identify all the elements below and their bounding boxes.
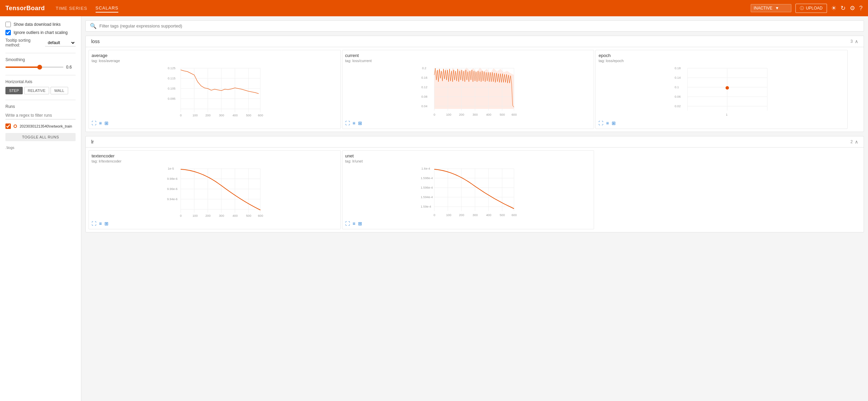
filter-search-icon: 🔍 [90, 23, 97, 29]
toggle-all-runs-button[interactable]: TOGGLE ALL RUNS [5, 133, 76, 141]
axis-wall-button[interactable]: WALL [51, 87, 68, 94]
lr-section-title: lr [91, 139, 94, 145]
chart-area-unet: 1.6e-4 1.598e-4 1.596e-4 1.594e-4 1.59e-… [345, 165, 591, 219]
svg-text:100: 100 [193, 114, 198, 117]
filter-input[interactable] [99, 23, 860, 28]
svg-text:300: 300 [219, 114, 224, 117]
runs-label: Runs [5, 104, 76, 109]
svg-text:0.105: 0.105 [168, 87, 176, 90]
svg-text:400: 400 [233, 114, 238, 117]
data-icon-epoch[interactable]: ≡ [606, 120, 609, 126]
ignore-outliers-checkbox[interactable] [5, 30, 11, 35]
smoothing-value: 0.6 [66, 65, 76, 70]
loss-section-header: loss 3 ∧ [86, 36, 864, 47]
chart-controls-unet: ⛶ ≡ ⊞ [345, 221, 591, 226]
svg-text:0.14: 0.14 [675, 76, 681, 79]
fit-icon-epoch[interactable]: ⊞ [612, 120, 616, 126]
runs-section: Runs 20230301213540\network_train [5, 104, 76, 129]
chart-tag-unet: tag: lr/unet [345, 159, 591, 163]
runs-filter-input[interactable] [5, 112, 76, 119]
loss-charts-row: average tag: loss/average [86, 47, 864, 132]
axis-step-button[interactable]: STEP [5, 87, 23, 94]
data-icon-current[interactable]: ≡ [353, 120, 355, 126]
chart-controls-textencoder: ⛶ ≡ ⊞ [92, 221, 338, 226]
loss-collapse-icon[interactable]: ∧ [855, 39, 858, 44]
data-icon-textencoder[interactable]: ≡ [99, 221, 102, 226]
header-right: INACTIVE ▼ ⓘ UPLOAD ☀ ↻ ⚙ ? [751, 4, 863, 13]
horizontal-axis-section: Horizontal Axis STEP RELATIVE WALL [5, 79, 76, 94]
svg-text:500: 500 [246, 114, 251, 117]
chart-lr-textencoder: textencoder tag: lr/textencoder [88, 150, 341, 229]
svg-text:1.596e-4: 1.596e-4 [421, 186, 433, 189]
svg-text:1.59e-4: 1.59e-4 [421, 205, 431, 208]
theme-icon[interactable]: ☀ [831, 4, 836, 12]
nav-scalars[interactable]: SCALARS [96, 4, 119, 13]
lr-section-card: lr 2 ∧ textencoder tag: lr/textencoder [85, 136, 864, 232]
svg-text:600: 600 [258, 214, 263, 217]
chart-loss-epoch: epoch tag: loss/epoch [595, 50, 848, 129]
upload-button[interactable]: ⓘ UPLOAD [795, 4, 827, 13]
expand-icon-current[interactable]: ⛶ [345, 120, 350, 126]
svg-text:600: 600 [258, 114, 263, 117]
logs-path-label: .\logs [5, 146, 14, 150]
main-content: 🔍 loss 3 ∧ average tag: loss/average [81, 16, 868, 401]
axis-relative-button[interactable]: RELATIVE [24, 87, 49, 94]
svg-text:0.095: 0.095 [168, 97, 176, 100]
svg-text:100: 100 [446, 213, 451, 217]
settings-icon[interactable]: ⚙ [850, 4, 855, 12]
fit-icon-current[interactable]: ⊞ [358, 120, 362, 126]
expand-icon-unet[interactable]: ⛶ [345, 221, 350, 226]
chart-svg-unet: 1.6e-4 1.598e-4 1.596e-4 1.594e-4 1.59e-… [345, 165, 591, 219]
show-download-row: Show data download links [5, 22, 76, 27]
svg-text:0: 0 [434, 213, 435, 217]
tooltip-sort-select[interactable]: default descending ascending [45, 39, 76, 46]
lr-charts-row: textencoder tag: lr/textencoder [86, 148, 864, 232]
chart-title-textencoder: textencoder [92, 153, 338, 158]
run-item: 20230301213540\network_train [5, 123, 76, 129]
fit-icon-unet[interactable]: ⊞ [358, 221, 362, 226]
svg-text:500: 500 [500, 113, 505, 116]
refresh-icon[interactable]: ↻ [841, 4, 846, 12]
ignore-outliers-row: Ignore outliers in chart scaling [5, 30, 76, 35]
smoothing-slider[interactable] [5, 66, 63, 68]
app-header: TensorBoard TIME SERIES SCALARS INACTIVE… [0, 0, 868, 16]
nav-time-series[interactable]: TIME SERIES [56, 4, 87, 12]
svg-text:1.598e-4: 1.598e-4 [421, 176, 433, 180]
data-icon-unet[interactable]: ≡ [353, 221, 355, 226]
data-icon-average[interactable]: ≡ [99, 120, 102, 126]
chart-title-average: average [92, 53, 338, 58]
dropdown-arrow-icon: ▼ [775, 6, 779, 11]
run-checkbox-1[interactable] [5, 123, 11, 129]
svg-text:200: 200 [459, 113, 464, 116]
lr-section-count: 2 ∧ [850, 139, 858, 145]
expand-icon-average[interactable]: ⛶ [92, 120, 96, 126]
ignore-outliers-label: Ignore outliers in chart scaling [14, 30, 67, 35]
show-download-label: Show data download links [14, 22, 61, 27]
svg-text:0.18: 0.18 [675, 66, 681, 70]
svg-text:600: 600 [512, 113, 517, 116]
svg-text:9.96e-6: 9.96e-6 [167, 187, 178, 191]
svg-text:200: 200 [459, 213, 464, 217]
chart-area-current: 0.2 0.16 0.12 0.08 0.04 0 100 200 300 40… [345, 65, 591, 119]
chart-area-average: 0.125 0.115 0.105 0.095 0 100 200 300 40… [92, 65, 338, 119]
fit-icon-average[interactable]: ⊞ [104, 120, 108, 126]
chart-area-textencoder: 1e-5 9.98e-6 9.96e-6 9.94e-6 0 100 200 3… [92, 165, 338, 219]
chart-title-epoch: epoch [598, 53, 845, 58]
show-download-checkbox[interactable] [5, 22, 11, 27]
fit-icon-textencoder[interactable]: ⊞ [104, 221, 108, 226]
help-icon[interactable]: ? [859, 5, 863, 12]
chart-svg-current: 0.2 0.16 0.12 0.08 0.04 0 100 200 300 40… [345, 65, 591, 119]
expand-icon-epoch[interactable]: ⛶ [598, 120, 603, 126]
svg-text:0.1: 0.1 [675, 85, 679, 89]
svg-text:0: 0 [434, 113, 435, 116]
expand-icon-textencoder[interactable]: ⛶ [92, 221, 96, 226]
chart-controls-average: ⛶ ≡ ⊞ [92, 120, 338, 126]
lr-collapse-icon[interactable]: ∧ [855, 139, 858, 145]
inactive-dropdown[interactable]: INACTIVE ▼ [751, 4, 791, 12]
chart-svg-average: 0.125 0.115 0.105 0.095 0 100 200 300 40… [92, 65, 338, 119]
svg-text:200: 200 [205, 114, 211, 117]
svg-text:0.04: 0.04 [421, 104, 428, 108]
horizontal-axis-label: Horizontal Axis [5, 79, 76, 84]
sidebar-divider-1 [5, 53, 76, 53]
svg-text:300: 300 [219, 214, 224, 217]
